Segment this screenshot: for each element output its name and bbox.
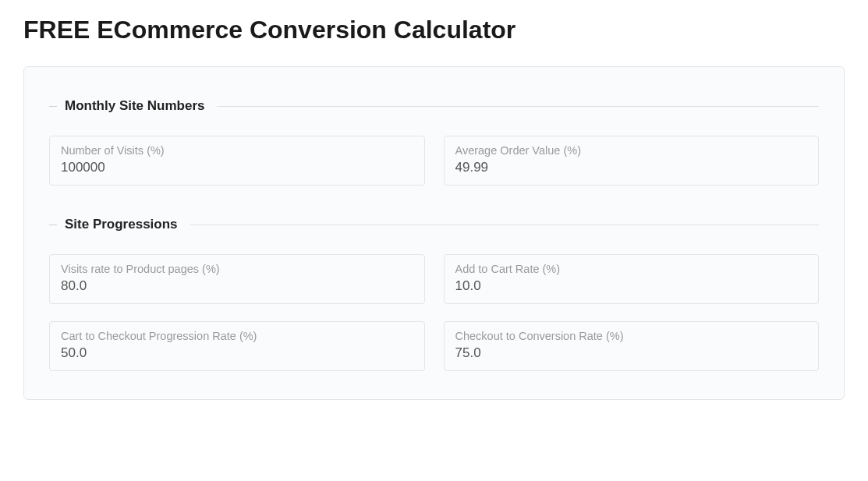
label-aov: Average Order Value (%) bbox=[455, 144, 808, 157]
input-aov[interactable] bbox=[455, 160, 808, 175]
field-visits[interactable]: Number of Visits (%) bbox=[49, 136, 425, 186]
input-checkout-to-conversion[interactable] bbox=[455, 345, 808, 361]
row-progressions-2: Cart to Checkout Progression Rate (%) Ch… bbox=[49, 321, 819, 371]
field-checkout-to-conversion[interactable]: Checkout to Conversion Rate (%) bbox=[444, 321, 820, 371]
page-title: FREE ECommerce Conversion Calculator bbox=[23, 16, 845, 44]
section-title-monthly: Monthly Site Numbers bbox=[65, 98, 204, 114]
field-visits-to-product[interactable]: Visits rate to Product pages (%) bbox=[49, 254, 425, 304]
divider-icon bbox=[49, 225, 57, 225]
section-header-progressions: Site Progressions bbox=[49, 217, 819, 232]
label-checkout-to-conversion: Checkout to Conversion Rate (%) bbox=[455, 330, 808, 342]
label-add-to-cart: Add to Cart Rate (%) bbox=[455, 263, 808, 275]
section-title-progressions: Site Progressions bbox=[65, 217, 178, 232]
divider-line bbox=[217, 106, 819, 107]
input-visits[interactable] bbox=[61, 160, 413, 175]
divider-line bbox=[190, 225, 819, 225]
divider-icon bbox=[49, 106, 57, 107]
label-visits-to-product: Visits rate to Product pages (%) bbox=[61, 263, 413, 275]
label-cart-to-checkout: Cart to Checkout Progression Rate (%) bbox=[61, 330, 413, 342]
row-progressions-1: Visits rate to Product pages (%) Add to … bbox=[49, 254, 819, 304]
field-aov[interactable]: Average Order Value (%) bbox=[444, 136, 820, 186]
label-visits: Number of Visits (%) bbox=[61, 144, 413, 157]
field-cart-to-checkout[interactable]: Cart to Checkout Progression Rate (%) bbox=[49, 321, 425, 371]
input-visits-to-product[interactable] bbox=[61, 278, 413, 294]
calculator-card: Monthly Site Numbers Number of Visits (%… bbox=[23, 66, 845, 400]
section-header-monthly: Monthly Site Numbers bbox=[49, 98, 819, 114]
input-add-to-cart[interactable] bbox=[455, 278, 808, 294]
input-cart-to-checkout[interactable] bbox=[61, 345, 413, 361]
field-add-to-cart[interactable]: Add to Cart Rate (%) bbox=[444, 254, 820, 304]
row-monthly: Number of Visits (%) Average Order Value… bbox=[49, 136, 819, 186]
